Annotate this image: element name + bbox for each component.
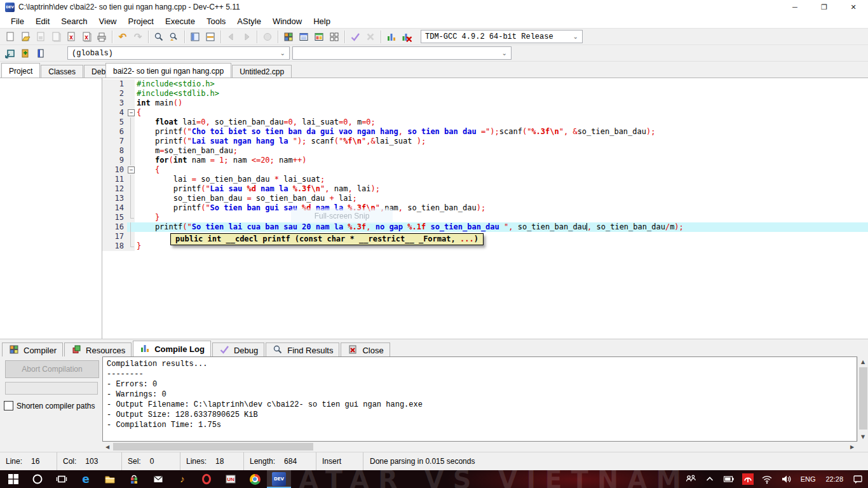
action-center-icon[interactable] <box>849 470 867 488</box>
code-line-15[interactable]: 15 } <box>102 213 868 222</box>
project-panel[interactable] <box>0 78 102 339</box>
taskbar-start-button[interactable] <box>1 470 25 488</box>
people-icon[interactable] <box>682 470 700 488</box>
editor-tab-untitled2-cpp[interactable]: Untitled2.cpp <box>232 65 292 78</box>
compile-progress-bar <box>5 382 98 395</box>
code-line-8[interactable]: 8 m=so_tien_ban_dau; <box>102 146 868 156</box>
code-line-16[interactable]: 16 printf("So tien lai cua ban sau 20 na… <box>102 222 868 232</box>
compiler-profile-value: TDM-GCC 4.9.2 64-bit Release <box>425 32 553 41</box>
minimize-button[interactable]: ─ <box>780 0 810 14</box>
menu-window[interactable]: Window <box>267 17 308 26</box>
profile-analysis-button[interactable] <box>384 30 399 44</box>
close-source-button[interactable] <box>3 46 18 60</box>
wifi-icon[interactable] <box>758 470 776 488</box>
replace-button[interactable] <box>166 30 182 44</box>
members-select[interactable]: ⌄ <box>292 46 512 60</box>
log-vertical-scrollbar[interactable]: ▲ ▼ <box>857 356 868 442</box>
new-source-button[interactable] <box>3 30 18 44</box>
language-indicator[interactable]: ENG <box>796 470 820 488</box>
undo-button[interactable]: ↶ <box>115 30 130 44</box>
editor-tab-bai22-so-tien-gui-ngan-hang-cpp[interactable]: bai22- so tien gui ngan hang.cpp <box>105 63 231 78</box>
menu-edit[interactable]: Edit <box>30 17 55 26</box>
code-line-11[interactable]: 11 lai = so_tien_ban_dau * lai_suat; <box>102 175 868 184</box>
battery-icon[interactable] <box>720 470 738 488</box>
menu-search[interactable]: Search <box>55 17 93 26</box>
delete-profiling-button[interactable] <box>399 30 414 44</box>
bottom-tab-debug[interactable]: Debug <box>212 342 264 357</box>
globals-select[interactable]: (globals) ⌄ <box>67 46 290 60</box>
code-editor[interactable]: 1#include<stdio.h>2#include<stdlib.h>3in… <box>102 78 868 339</box>
menu-help[interactable]: Help <box>308 17 336 26</box>
code-line-13[interactable]: 13 so_tien_ban_dau = so_tien_ban_dau + l… <box>102 194 868 203</box>
find-button[interactable] <box>151 30 166 44</box>
fold-collapse-icon[interactable] <box>127 165 135 175</box>
goto-line-button[interactable] <box>187 30 203 44</box>
avira-icon[interactable] <box>739 470 757 488</box>
menu-view[interactable]: View <box>93 17 123 26</box>
bottom-tab-compile-log[interactable]: Compile Log <box>133 341 211 357</box>
taskbar-mail-icon[interactable] <box>146 470 170 488</box>
taskbar-cortana-icon[interactable] <box>25 470 50 488</box>
line-number: 9 <box>102 156 127 165</box>
menu-execute[interactable]: Execute <box>159 17 201 26</box>
taskbar-devcpp-icon[interactable]: DEV <box>267 470 291 488</box>
shorten-compiler-paths-option[interactable]: Shorten compiler paths <box>4 401 95 410</box>
code-line-14[interactable]: 14 printf("So tien ban gui sau %d nam la… <box>102 203 868 213</box>
taskbar-edge-icon[interactable]: e <box>74 470 98 488</box>
menu-file[interactable]: File <box>5 17 30 26</box>
open-project-button[interactable] <box>296 30 311 44</box>
taskbar-explorer-icon[interactable] <box>98 470 122 488</box>
menu-tools[interactable]: Tools <box>201 17 231 26</box>
close-button[interactable]: ✕ <box>839 0 868 14</box>
scrollbar-thumb[interactable] <box>113 443 313 451</box>
compiler-profile-select[interactable]: TDM-GCC 4.9.2 64-bit Release ⌄ <box>421 30 583 43</box>
scroll-down-icon[interactable]: ▼ <box>858 431 868 442</box>
open-file-button[interactable] <box>18 30 33 44</box>
code-line-6[interactable]: 6 printf("Cho toi biet so tien ban da gu… <box>102 127 868 137</box>
taskbar-unikey-icon[interactable]: UN <box>219 470 243 488</box>
taskbar-chrome-icon[interactable] <box>243 470 267 488</box>
code-line-7[interactable]: 7 printf("Lai suat ngan hang la "); scan… <box>102 137 868 146</box>
code-line-2[interactable]: 2#include<stdlib.h> <box>102 89 868 98</box>
scrollbar-thumb[interactable] <box>859 367 867 430</box>
bottom-tab-compiler[interactable]: Compiler <box>2 342 63 357</box>
print-button[interactable] <box>94 30 109 44</box>
goto-declaration-button[interactable] <box>33 46 48 60</box>
menu-astyle[interactable]: AStyle <box>231 17 267 26</box>
code-line-1[interactable]: 1#include<stdio.h> <box>102 79 868 89</box>
volume-icon[interactable] <box>777 470 795 488</box>
bottom-tab-close[interactable]: Close <box>341 342 390 357</box>
checkbox[interactable] <box>4 401 13 410</box>
code-line-5[interactable]: 5 float lai=0, so_tien_ban_dau=0, lai_su… <box>102 118 868 127</box>
scroll-left-icon[interactable]: ◀ <box>102 442 112 452</box>
code-line-4[interactable]: 4{ <box>102 108 868 118</box>
new-project-button[interactable] <box>281 30 296 44</box>
scroll-up-icon[interactable]: ▲ <box>858 356 868 367</box>
syntax-check-button[interactable] <box>348 30 363 44</box>
left-tab-classes[interactable]: Classes <box>41 65 83 78</box>
fold-collapse-icon[interactable] <box>127 108 135 118</box>
insert-snippet-button[interactable] <box>203 30 218 44</box>
close-file-button[interactable]: x <box>64 30 79 44</box>
code-line-3[interactable]: 3int main() <box>102 98 868 108</box>
clock[interactable]: 22:28 <box>821 470 848 488</box>
code-line-9[interactable]: 9 for(int nam = 1; nam <=20; nam++) <box>102 156 868 165</box>
taskbar-store-icon[interactable] <box>122 470 146 488</box>
code-line-12[interactable]: 12 printf("Lai sau %d nam la %.3f\n", na… <box>102 184 868 194</box>
log-horizontal-scrollbar[interactable]: ◀ ▶ <box>102 442 857 452</box>
bottom-tab-find-results[interactable]: Find Results <box>266 342 339 357</box>
bottom-tab-resources[interactable]: Resources <box>64 342 132 357</box>
chevron-up-icon[interactable] <box>701 470 719 488</box>
taskbar-groove-icon[interactable]: ♪ <box>170 470 194 488</box>
taskbar-opera-icon[interactable] <box>194 470 219 488</box>
menu-project[interactable]: Project <box>123 17 159 26</box>
close-all-button[interactable]: x <box>79 30 94 44</box>
project-options-button[interactable] <box>311 30 327 44</box>
restore-button[interactable]: ❐ <box>810 0 839 14</box>
window-menu-button[interactable] <box>327 30 342 44</box>
taskbar-taskview-icon[interactable] <box>50 470 74 488</box>
code-line-10[interactable]: 10 { <box>102 165 868 175</box>
scroll-right-icon[interactable]: ▶ <box>847 442 857 452</box>
add-to-project-button[interactable] <box>18 46 33 60</box>
left-tab-project[interactable]: Project <box>1 63 40 78</box>
